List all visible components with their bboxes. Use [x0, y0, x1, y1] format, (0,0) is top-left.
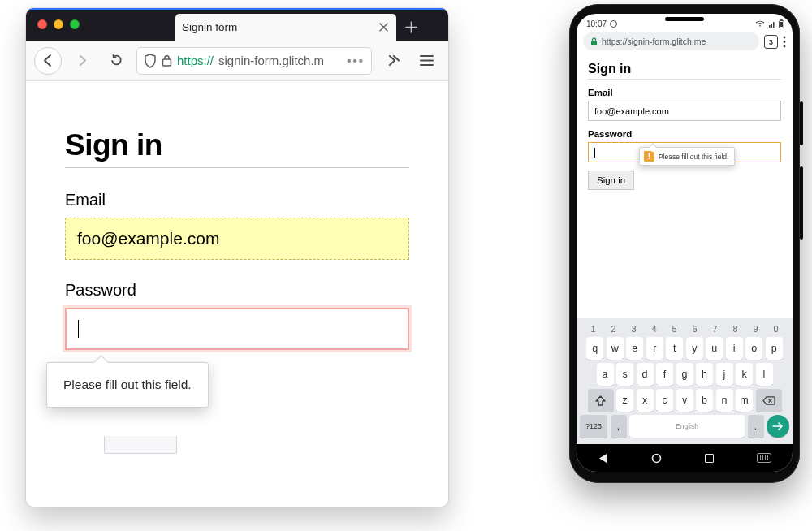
space-label: English	[676, 422, 698, 430]
keyboard-hint: 4	[651, 324, 656, 334]
space-key[interactable]: English	[629, 415, 745, 438]
status-bar: 10:07	[577, 14, 793, 29]
key-y[interactable]: y	[686, 337, 703, 360]
lock-icon	[162, 54, 172, 67]
key-e[interactable]: e	[626, 337, 643, 360]
signal-icon	[768, 20, 775, 28]
key-l[interactable]: l	[756, 363, 773, 386]
browser-tab[interactable]: Signin form	[175, 14, 396, 41]
validation-tooltip: Please fill out this field.	[46, 362, 209, 408]
svg-rect-4	[780, 22, 783, 27]
keyboard-hint: 7	[712, 324, 717, 334]
close-window-button[interactable]	[37, 19, 47, 29]
page-title: Sign in	[65, 128, 409, 162]
text-cursor	[594, 148, 595, 158]
comma-key[interactable]: ,	[611, 415, 627, 438]
key-m[interactable]: m	[736, 389, 753, 412]
warning-icon: !	[644, 151, 654, 162]
password-label: Password	[588, 129, 781, 139]
key-a[interactable]: a	[597, 363, 614, 386]
svg-point-7	[784, 41, 786, 43]
text-cursor	[78, 320, 79, 338]
keyboard-switch-icon[interactable]	[757, 453, 771, 463]
backspace-key[interactable]	[756, 389, 782, 412]
password-field[interactable]	[65, 308, 409, 350]
keyboard-row-4: ?123 , English .	[580, 415, 789, 438]
svg-rect-0	[163, 59, 171, 66]
home-nav-button[interactable]	[651, 453, 662, 464]
page-content: Sign in Email Password	[26, 81, 448, 350]
key-g[interactable]: g	[676, 363, 693, 386]
address-bar[interactable]: https://signin-form.glitch.me	[583, 32, 759, 50]
android-nav-bar	[577, 444, 793, 472]
key-x[interactable]: x	[637, 389, 654, 412]
shift-key[interactable]	[588, 389, 614, 412]
key-w[interactable]: w	[607, 337, 624, 360]
key-d[interactable]: d	[637, 363, 654, 386]
menu-button[interactable]	[412, 47, 440, 75]
key-u[interactable]: u	[706, 337, 723, 360]
url-scheme: https://	[177, 54, 214, 67]
back-button[interactable]	[34, 47, 62, 75]
email-field[interactable]	[588, 101, 781, 121]
key-c[interactable]: c	[656, 389, 673, 412]
address-bar[interactable]: https://signin-form.glitch.m •••	[136, 47, 372, 75]
validation-tooltip: ! Please fill out this field.	[639, 147, 735, 166]
key-k[interactable]: k	[736, 363, 753, 386]
go-key[interactable]	[767, 415, 789, 438]
key-z[interactable]: z	[616, 389, 633, 412]
key-n[interactable]: n	[716, 389, 733, 412]
keyboard-hint: 6	[692, 324, 697, 334]
tab-switcher-button[interactable]: 3	[764, 35, 778, 49]
window-controls	[26, 8, 86, 41]
svg-point-8	[784, 45, 786, 47]
key-o[interactable]: o	[745, 337, 762, 360]
browser-toolbar: https://signin-form.glitch.me 3	[577, 29, 793, 55]
key-t[interactable]: t	[666, 337, 683, 360]
status-time: 10:07	[586, 19, 607, 28]
email-field[interactable]	[65, 218, 409, 260]
overflow-button[interactable]	[378, 47, 406, 75]
keyboard-hint: 8	[732, 324, 737, 334]
key-q[interactable]: q	[586, 337, 603, 360]
keyboard-hint: 5	[672, 324, 676, 334]
shield-icon	[144, 54, 157, 68]
email-label: Email	[588, 88, 781, 97]
keyboard-hint: 2	[611, 324, 615, 334]
minimize-window-button[interactable]	[54, 19, 63, 29]
close-tab-icon[interactable]	[377, 21, 390, 34]
power-button[interactable]	[800, 101, 803, 145]
keyboard-hint: 1	[590, 324, 595, 334]
key-r[interactable]: r	[646, 337, 663, 360]
page-actions-icon[interactable]: •••	[347, 54, 365, 67]
url-text: https://signin-form.glitch.me	[602, 37, 706, 46]
back-nav-button[interactable]	[598, 453, 608, 464]
zoom-window-button[interactable]	[70, 19, 80, 29]
key-h[interactable]: h	[696, 363, 713, 386]
key-j[interactable]: j	[716, 363, 733, 386]
svg-rect-3	[780, 19, 782, 20]
signin-button-obscured[interactable]	[104, 436, 177, 454]
reload-button[interactable]	[102, 47, 130, 75]
key-f[interactable]: f	[656, 363, 673, 386]
forward-button[interactable]	[68, 47, 96, 75]
wifi-icon	[755, 20, 765, 28]
signin-button[interactable]: Sign in	[588, 171, 634, 190]
key-p[interactable]: p	[766, 337, 783, 360]
period-key[interactable]: .	[748, 415, 764, 438]
new-tab-button[interactable]	[398, 14, 424, 40]
symbols-key[interactable]: ?123	[580, 415, 607, 438]
divider	[65, 167, 409, 168]
recents-nav-button[interactable]	[705, 454, 714, 463]
menu-button[interactable]	[783, 36, 786, 48]
key-i[interactable]: i	[726, 337, 743, 360]
key-b[interactable]: b	[696, 389, 713, 412]
svg-point-6	[784, 36, 786, 38]
desktop-browser-window: Signin form https:/	[26, 8, 448, 507]
dnd-icon	[610, 20, 617, 28]
volume-button[interactable]	[800, 166, 803, 240]
keyboard-row-1: qwertyuiop	[580, 337, 789, 360]
key-s[interactable]: s	[616, 363, 633, 386]
phone-screen: 10:07 https://signin-form.glitch.me 3	[577, 14, 793, 472]
key-v[interactable]: v	[676, 389, 693, 412]
